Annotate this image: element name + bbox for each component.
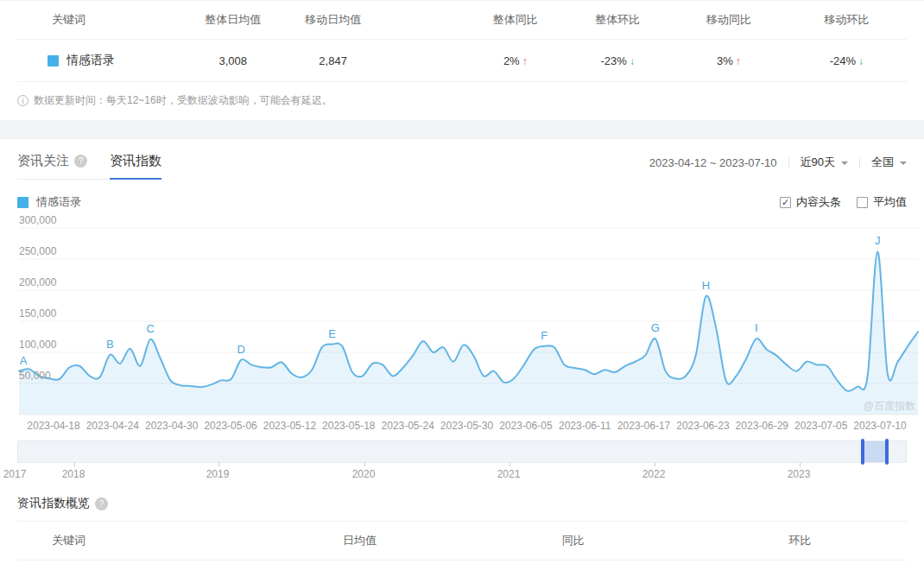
yoy-value: 27556%↑ [453,562,693,570]
col-spacer [382,48,466,73]
legend-item[interactable]: 情感语录 [17,194,81,210]
col-header-keyword: 关键词 [17,522,266,560]
svg-text:50,000: 50,000 [19,370,51,382]
svg-text:A: A [20,354,28,367]
mobile-yoy-value: 3%↑ [671,41,787,80]
year-label: 2018 [62,466,85,483]
keyword-cell[interactable]: 情感语录 [17,560,266,570]
x-tick-label: 2023-05-06 [204,416,256,435]
x-tick-label: 2023-05-18 [322,416,375,435]
svg-text:C: C [146,322,154,335]
year-label: 2023 [788,466,811,483]
svg-text:100,000: 100,000 [19,339,57,351]
col-header-overall-yoy: 整体同比 [466,1,564,39]
section-divider-band [0,120,924,139]
info-icon: i [17,95,28,106]
content-headline-checkbox[interactable]: ✓ 内容头条 [780,194,841,210]
svg-text:I: I [755,321,758,334]
chart-tab-bar: 资讯关注 ? 资讯指数 2023-04-12 ~ 2023-07-10 近90天… [0,139,924,180]
x-tick-label: 2023-04-24 [86,416,139,435]
overall-daily-value: 3,008 [182,41,284,80]
overall-yoy-value: 2%↑ [466,41,564,80]
year-label: 2020 [352,466,376,483]
svg-text:D: D [237,343,245,356]
daily-avg-value: 91,214 [266,562,453,570]
keyword-color-swatch [17,197,28,208]
legend-keyword-label: 情感语录 [36,194,81,210]
timeline-year-labels: 2017201820192020202120222023 [0,466,924,483]
col-spacer [382,9,466,31]
col-header-overall-daily: 整体日均值 [182,1,284,39]
col-header-mom: 环比 [693,522,907,560]
x-axis-labels: 2023-04-182023-04-242023-04-302023-05-06… [0,416,924,435]
trend-chart[interactable]: 50,000100,000150,000200,000250,000300,00… [0,214,924,435]
down-arrow-icon: ↓ [630,55,635,67]
svg-text:B: B [106,338,114,351]
data-update-note: i 数据更新时间：每天12~16时，受数据波动影响，可能会有延迟。 [17,82,907,120]
svg-text:300,000: 300,000 [19,214,57,226]
help-icon[interactable]: ? [74,155,87,168]
keyword-cell[interactable]: 情感语录 [17,40,182,81]
chart-controls: 2023-04-12 ~ 2023-07-10 近90天 全国 [649,153,907,170]
x-tick-label: 2023-04-18 [27,416,79,435]
x-tick-label: 2023-06-29 [736,416,788,435]
mobile-mom-value: -24%↓ [787,41,907,80]
down-arrow-icon: ↓ [858,55,864,67]
up-arrow-icon: ↑ [522,55,528,67]
region-dropdown[interactable]: 全国 [871,155,907,170]
period-dropdown[interactable]: 近90天 [801,155,848,170]
help-icon[interactable]: ? [95,497,108,510]
chevron-down-icon [841,162,848,165]
col-header-keyword: 关键词 [17,1,182,39]
svg-text:@百度指数: @百度指数 [864,400,915,412]
x-tick-label: 2023-05-12 [263,416,316,435]
year-label: 2019 [206,466,230,483]
slider-selected-range[interactable] [863,441,888,462]
x-tick-label: 2023-05-30 [440,416,493,435]
date-range-label: 2023-04-12 ~ 2023-07-10 [649,156,777,169]
tab-news-attention[interactable]: 资讯关注 ? [17,153,87,169]
table-row: 情感语录 91,214 27556%↑ -30%↓ [17,560,907,570]
svg-text:200,000: 200,000 [19,276,57,288]
overview-title-row: 资讯指数概览 ? [17,496,907,511]
slider-left-handle[interactable] [861,439,864,465]
tabs-group: 资讯关注 ? 资讯指数 [17,153,161,180]
overview-header-row: 关键词 日均值 同比 环比 [17,522,907,560]
news-index-module: 资讯关注 ? 资讯指数 2023-04-12 ~ 2023-07-10 近90天… [0,139,924,570]
timeline-range-slider[interactable] [17,440,907,463]
slider-right-handle[interactable] [885,439,889,465]
trend-chart-canvas[interactable]: 50,000100,000150,000200,000250,000300,00… [0,214,924,416]
col-header-yoy: 同比 [453,522,693,560]
svg-text:J: J [875,234,881,247]
x-tick-label: 2023-05-24 [381,416,434,435]
year-label: 2022 [642,466,666,483]
x-tick-label: 2023-06-23 [676,416,729,435]
col-header-mobile-mom: 移动环比 [787,1,907,39]
col-header-mobile-daily: 移动日均值 [284,1,382,39]
stats-table-header-row: 关键词 整体日均值 移动日均值 整体同比 整体环比 移动同比 移动环比 [17,1,907,40]
year-label: 2021 [497,466,521,483]
svg-text:E: E [328,327,336,340]
tab-news-index[interactable]: 资讯指数 [110,153,161,169]
col-header-mobile-yoy: 移动同比 [671,1,787,39]
mobile-daily-value: 2,847 [284,41,382,80]
tab-news-attention-label: 资讯关注 [17,153,69,169]
average-checkbox[interactable]: 平均值 [857,194,907,210]
svg-text:150,000: 150,000 [19,307,57,320]
checkbox-checked-icon: ✓ [780,197,791,208]
overall-mom-value: -23%↓ [564,41,671,80]
up-arrow-icon: ↑ [736,55,741,67]
divider [859,157,860,168]
chevron-down-icon [900,162,907,165]
overview-table: 关键词 日均值 同比 环比 情感语录 91,214 27556%↑ -30%↓ [17,521,907,570]
chart-legend-row: 情感语录 ✓ 内容头条 平均值 [0,194,924,210]
col-header-overall-mom: 整体环比 [564,1,671,39]
x-tick-label: 2023-06-17 [617,416,670,435]
overlay-toggles: ✓ 内容头条 平均值 [780,194,907,210]
x-tick-label: 2023-07-05 [794,416,847,435]
x-tick-label: 2023-06-05 [499,416,552,435]
svg-text:F: F [541,329,547,342]
x-tick-label: 2023-07-10 [853,416,906,435]
tab-news-index-label: 资讯指数 [110,153,161,169]
divider [788,157,789,168]
